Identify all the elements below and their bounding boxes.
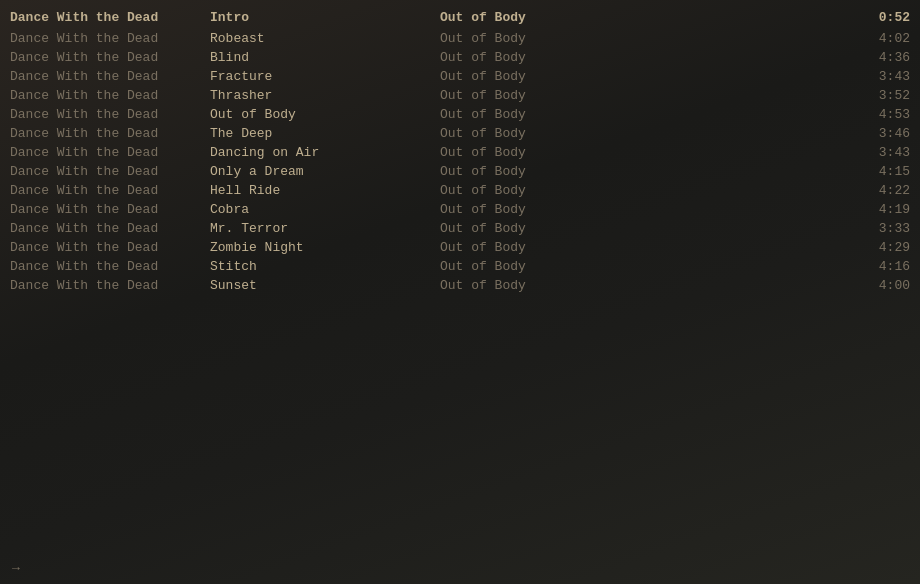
track-album: Out of Body: [440, 259, 850, 274]
track-artist: Dance With the Dead: [10, 31, 210, 46]
table-row[interactable]: Dance With the DeadZombie NightOut of Bo…: [0, 238, 920, 257]
track-title: Mr. Terror: [210, 221, 440, 236]
track-title: Fracture: [210, 69, 440, 84]
header-artist: Dance With the Dead: [10, 10, 210, 25]
track-artist: Dance With the Dead: [10, 259, 210, 274]
track-album: Out of Body: [440, 50, 850, 65]
track-duration: 3:43: [850, 145, 910, 160]
track-album: Out of Body: [440, 183, 850, 198]
table-row[interactable]: Dance With the DeadRobeastOut of Body4:0…: [0, 29, 920, 48]
track-title: Cobra: [210, 202, 440, 217]
track-artist: Dance With the Dead: [10, 164, 210, 179]
track-album: Out of Body: [440, 221, 850, 236]
track-artist: Dance With the Dead: [10, 50, 210, 65]
track-duration: 4:19: [850, 202, 910, 217]
track-album: Out of Body: [440, 164, 850, 179]
track-artist: Dance With the Dead: [10, 183, 210, 198]
track-album: Out of Body: [440, 31, 850, 46]
track-artist: Dance With the Dead: [10, 278, 210, 293]
track-duration: 3:52: [850, 88, 910, 103]
table-row[interactable]: Dance With the DeadStitchOut of Body4:16: [0, 257, 920, 276]
table-row[interactable]: Dance With the DeadFractureOut of Body3:…: [0, 67, 920, 86]
track-duration: 4:16: [850, 259, 910, 274]
track-title: Hell Ride: [210, 183, 440, 198]
track-title: The Deep: [210, 126, 440, 141]
table-row[interactable]: Dance With the DeadOnly a DreamOut of Bo…: [0, 162, 920, 181]
track-duration: 4:15: [850, 164, 910, 179]
track-artist: Dance With the Dead: [10, 221, 210, 236]
table-row[interactable]: Dance With the DeadBlindOut of Body4:36: [0, 48, 920, 67]
table-row[interactable]: Dance With the DeadThe DeepOut of Body3:…: [0, 124, 920, 143]
track-artist: Dance With the Dead: [10, 202, 210, 217]
track-duration: 3:46: [850, 126, 910, 141]
track-duration: 4:00: [850, 278, 910, 293]
track-album: Out of Body: [440, 107, 850, 122]
track-title: Only a Dream: [210, 164, 440, 179]
track-title: Zombie Night: [210, 240, 440, 255]
table-row[interactable]: Dance With the DeadSunsetOut of Body4:00: [0, 276, 920, 295]
table-row[interactable]: Dance With the DeadMr. TerrorOut of Body…: [0, 219, 920, 238]
track-list: Dance With the Dead Intro Out of Body 0:…: [0, 0, 920, 303]
table-row[interactable]: Dance With the DeadCobraOut of Body4:19: [0, 200, 920, 219]
track-title: Out of Body: [210, 107, 440, 122]
track-album: Out of Body: [440, 278, 850, 293]
track-title: Sunset: [210, 278, 440, 293]
bottom-arrow: →: [12, 561, 20, 576]
header-album: Out of Body: [440, 10, 850, 25]
track-duration: 4:36: [850, 50, 910, 65]
track-title: Stitch: [210, 259, 440, 274]
track-album: Out of Body: [440, 69, 850, 84]
track-album: Out of Body: [440, 145, 850, 160]
track-artist: Dance With the Dead: [10, 69, 210, 84]
table-row[interactable]: Dance With the DeadOut of BodyOut of Bod…: [0, 105, 920, 124]
header-title: Intro: [210, 10, 440, 25]
track-album: Out of Body: [440, 202, 850, 217]
track-duration: 3:33: [850, 221, 910, 236]
track-duration: 4:02: [850, 31, 910, 46]
track-title: Blind: [210, 50, 440, 65]
track-duration: 3:43: [850, 69, 910, 84]
table-row[interactable]: Dance With the DeadDancing on AirOut of …: [0, 143, 920, 162]
track-title: Dancing on Air: [210, 145, 440, 160]
track-duration: 4:53: [850, 107, 910, 122]
track-artist: Dance With the Dead: [10, 145, 210, 160]
table-row[interactable]: Dance With the DeadThrasherOut of Body3:…: [0, 86, 920, 105]
table-row[interactable]: Dance With the DeadHell RideOut of Body4…: [0, 181, 920, 200]
track-title: Robeast: [210, 31, 440, 46]
track-duration: 4:29: [850, 240, 910, 255]
track-artist: Dance With the Dead: [10, 240, 210, 255]
track-album: Out of Body: [440, 126, 850, 141]
track-list-header: Dance With the Dead Intro Out of Body 0:…: [0, 8, 920, 27]
track-album: Out of Body: [440, 240, 850, 255]
track-title: Thrasher: [210, 88, 440, 103]
track-album: Out of Body: [440, 88, 850, 103]
track-artist: Dance With the Dead: [10, 126, 210, 141]
header-duration: 0:52: [850, 10, 910, 25]
track-duration: 4:22: [850, 183, 910, 198]
track-artist: Dance With the Dead: [10, 107, 210, 122]
track-artist: Dance With the Dead: [10, 88, 210, 103]
